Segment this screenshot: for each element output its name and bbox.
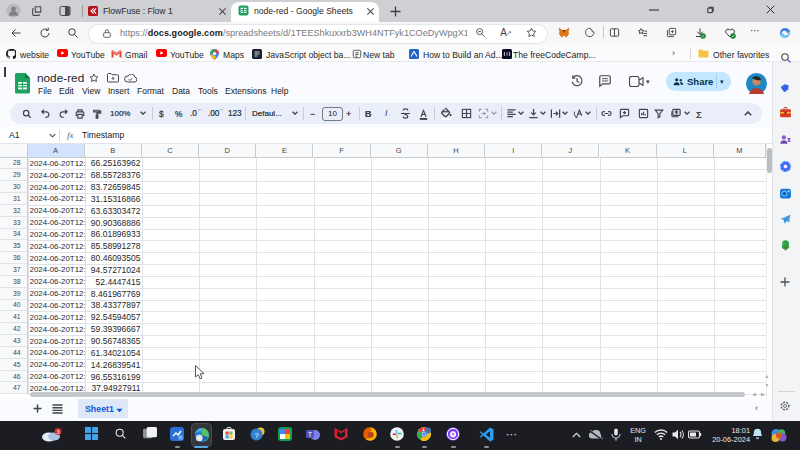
svg-text:?: ? xyxy=(254,431,259,440)
svg-text:3: 3 xyxy=(56,429,59,435)
svg-text:T: T xyxy=(308,431,312,438)
